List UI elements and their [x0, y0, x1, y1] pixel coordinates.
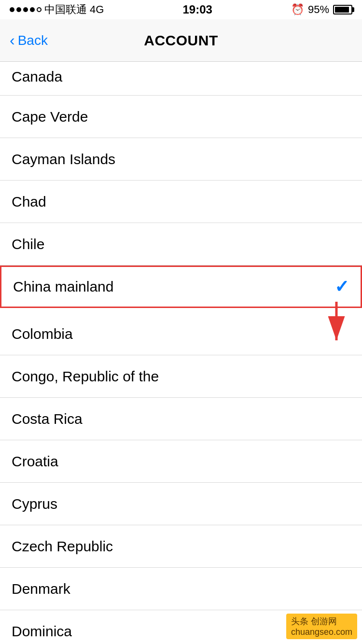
- network-type: 4G: [90, 3, 104, 16]
- country-name: Czech Republic: [12, 538, 113, 555]
- battery-fill: [335, 7, 349, 13]
- country-name: Denmark: [12, 581, 70, 597]
- status-left: 中国联通 4G: [10, 2, 104, 17]
- country-name: Chad: [12, 194, 46, 210]
- list-item[interactable]: Chad: [0, 181, 362, 223]
- country-name: China mainland: [13, 279, 113, 295]
- checkmark-icon: ✓: [334, 277, 349, 297]
- country-list: Canada Cape Verde Cayman Islands Chad Ch…: [0, 62, 362, 644]
- signal-dots: [10, 7, 42, 12]
- status-time: 19:03: [182, 3, 212, 16]
- list-item[interactable]: Cape Verde: [0, 96, 362, 138]
- page-title: ACCOUNT: [144, 32, 218, 49]
- country-name: Cyprus: [12, 496, 57, 512]
- alarm-icon: ⏰: [291, 3, 304, 16]
- signal-dot-3: [23, 7, 28, 12]
- list-item[interactable]: Croatia: [0, 440, 362, 483]
- watermark: 头条 创游网chuangseo.com: [286, 614, 357, 639]
- country-name: Costa Rica: [12, 411, 83, 427]
- country-name: Dominica: [12, 623, 72, 640]
- list-item[interactable]: Costa Rica: [0, 398, 362, 440]
- list-item[interactable]: Cayman Islands: [0, 138, 362, 181]
- carrier-text: 中国联通: [44, 2, 87, 17]
- list-item-china-mainland[interactable]: China mainland ✓: [0, 266, 362, 308]
- battery-icon: [333, 5, 352, 14]
- country-name: Canada: [12, 69, 62, 85]
- country-name: Cape Verde: [12, 109, 88, 125]
- list-item[interactable]: Denmark: [0, 568, 362, 610]
- status-bar: 中国联通 4G 19:03 ⏰ 95%: [0, 0, 362, 19]
- country-name: Cayman Islands: [12, 151, 115, 168]
- country-name: Congo, Republic of the: [12, 368, 159, 385]
- annotation-arrow: [322, 302, 351, 350]
- list-item[interactable]: Colombia: [0, 313, 362, 355]
- back-button[interactable]: ‹ Back: [10, 31, 48, 49]
- signal-dot-1: [10, 7, 14, 12]
- signal-dot-4: [30, 7, 35, 12]
- battery-percent: 95%: [308, 3, 329, 16]
- list-item[interactable]: Canada: [0, 62, 362, 96]
- signal-dot-5: [37, 7, 42, 12]
- country-name: Colombia: [12, 326, 73, 342]
- country-name: Chile: [12, 236, 44, 252]
- status-right: ⏰ 95%: [291, 3, 352, 16]
- country-name: Croatia: [12, 453, 58, 470]
- list-item[interactable]: Congo, Republic of the: [0, 355, 362, 398]
- list-item[interactable]: Cyprus: [0, 483, 362, 525]
- list-item[interactable]: Czech Republic: [0, 525, 362, 568]
- signal-dot-2: [16, 7, 21, 12]
- back-chevron-icon: ‹: [10, 31, 15, 49]
- list-item[interactable]: Chile: [0, 223, 362, 266]
- back-label: Back: [18, 33, 48, 48]
- nav-bar: ‹ Back ACCOUNT: [0, 19, 362, 62]
